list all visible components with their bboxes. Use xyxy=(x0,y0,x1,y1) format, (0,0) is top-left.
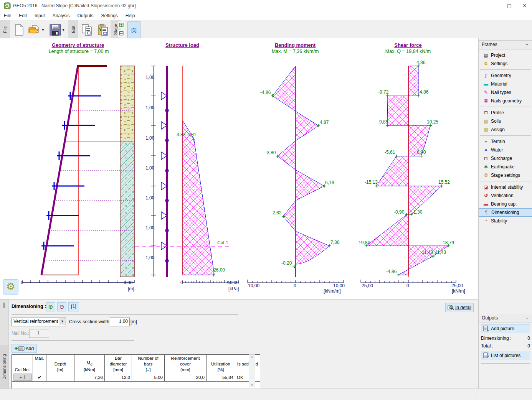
analysis-settings-button[interactable]: ⚙ xyxy=(3,279,18,295)
nail-no-input: 1 xyxy=(29,329,49,338)
table-row[interactable]: ▸1 ✔ 7,36 12,0 5,00 20,0 55,84 OK xyxy=(12,373,260,382)
sidebar-item-label: Geometry xyxy=(491,73,511,78)
cross-section-width-unit: [m] xyxy=(131,319,137,324)
terrain-icon: ⌐ xyxy=(482,139,489,144)
edit-toolbar-tab: Edit xyxy=(68,20,78,39)
sidebar-item-label: Profile xyxy=(491,110,504,115)
combo-arrow-icon[interactable]: ▼ xyxy=(59,318,66,325)
dimensioning-side-tab[interactable]: Dimensioning xyxy=(0,345,8,389)
geometry-icon: ∫ xyxy=(482,73,489,78)
save-dropdown-arrow[interactable]: ▼ xyxy=(62,28,65,32)
sidebar-item-earthquake[interactable]: ✱Earthquake xyxy=(479,163,532,171)
menu-input[interactable]: Input xyxy=(31,12,49,20)
is-satisfied-cell[interactable]: OK xyxy=(235,373,260,382)
moment-x-axis xyxy=(248,280,344,283)
divider xyxy=(480,181,531,181)
depth-cell[interactable] xyxy=(46,373,74,382)
reinforcement-type-select[interactable]: Vertical reinforcement ▼ xyxy=(12,318,66,326)
paste-picture-button[interactable] xyxy=(95,22,111,38)
sidebar-item-soils[interactable]: ▨Soils xyxy=(479,117,532,125)
stage-1-button[interactable]: [1] xyxy=(127,21,140,38)
sidebar-item-verification[interactable]: ↺Verification xyxy=(479,191,532,200)
add-row-button[interactable]: Add xyxy=(12,344,37,353)
shear-value-label: 4,86 xyxy=(416,60,425,65)
sidebar-item-settings[interactable]: ⚙Settings xyxy=(479,59,532,68)
sidebar-item-label: Dimensioning xyxy=(491,210,519,215)
divider xyxy=(476,390,476,399)
add-stage-button[interactable]: ⊞ xyxy=(118,21,125,28)
sidebar-item-assign[interactable]: ▦Assign xyxy=(479,125,532,134)
sidebar-item-stage-settings[interactable]: ②Stage settings xyxy=(479,171,532,179)
reinforcement-cover-cell[interactable]: 20,0 xyxy=(165,373,207,382)
col-cut-no: Cut No. xyxy=(12,355,33,373)
total-count-row: Total : 0 xyxy=(481,342,530,350)
md-cell[interactable]: 7,36 xyxy=(74,373,105,382)
sidebar-item-bearing-cap[interactable]: ▬Bearing cap. xyxy=(479,200,532,208)
sidebar-item-stability[interactable]: ◔Stability xyxy=(479,217,532,225)
remove-dimensioning-button[interactable]: ⊖ xyxy=(57,302,66,311)
col-md: Md[kNm] xyxy=(74,355,105,373)
scroll-down-icon[interactable]: ∨ xyxy=(251,383,253,387)
main-toolbar: File ▼ ▼ Edit xyxy=(0,20,532,39)
sidebar-item-nail-types[interactable]: ✎Nail types xyxy=(479,88,532,97)
maximize-button[interactable]: ▢ xyxy=(503,2,516,10)
sidebar-item-profile[interactable]: ⊟Profile xyxy=(479,109,532,117)
axis-label: 0 xyxy=(180,280,183,285)
spacing-label: 1,00 xyxy=(145,105,154,110)
close-button[interactable]: ✕ xyxy=(518,2,531,10)
scroll-up-icon[interactable]: ∧ xyxy=(251,355,253,359)
copy-picture-button[interactable] xyxy=(79,22,95,38)
sidebar-item-internal-stability[interactable]: ◪Internal stability xyxy=(479,183,532,191)
frames-minimize-button[interactable]: – xyxy=(524,41,530,48)
menu-file[interactable]: File xyxy=(0,12,15,20)
row-header-cell[interactable]: ▸1 xyxy=(12,373,33,382)
in-detail-button[interactable]: In detail xyxy=(445,303,474,312)
sidebar-item-nails-geometry[interactable]: ≣Nails geometry xyxy=(479,97,532,105)
utilization-cell[interactable]: 55,84 xyxy=(207,373,235,382)
table-scrollbar[interactable]: ∧ ∨ xyxy=(249,354,255,387)
remove-stage-button[interactable]: ⊟ xyxy=(118,30,125,37)
open-dropdown-arrow[interactable]: ▼ xyxy=(41,28,45,32)
axis-label: 40,00 xyxy=(227,280,239,285)
outputs-minimize-button[interactable]: – xyxy=(524,314,530,322)
menu-edit[interactable]: Edit xyxy=(15,12,31,20)
dimensioning-count-label: Dimensioning : xyxy=(481,336,511,341)
sidebar-item-surcharge[interactable]: ⊓Surcharge xyxy=(479,154,532,163)
number-of-bars-cell[interactable]: 5,00 xyxy=(132,373,165,382)
menu-outputs[interactable]: Outputs xyxy=(73,12,97,20)
save-file-button[interactable]: ▼ xyxy=(48,22,67,38)
analysis-canvas: Geometry of structure Length of structur… xyxy=(0,38,478,299)
cross-section-width-input[interactable]: 1,00 xyxy=(110,318,130,326)
add-picture-button[interactable]: Add picture xyxy=(481,324,530,333)
new-file-button[interactable] xyxy=(12,22,26,38)
shear-value-label: 10,25 xyxy=(427,119,438,125)
panel-collapse-handle[interactable] xyxy=(3,303,5,308)
sidebar-item-geometry[interactable]: ∫Geometry xyxy=(479,71,532,80)
sidebar-item-terrain[interactable]: ⌐Terrain xyxy=(479,137,532,146)
open-file-button[interactable]: ▼ xyxy=(27,22,46,38)
sidebar-item-label: Terrain xyxy=(491,139,505,144)
menu-help[interactable]: Help xyxy=(122,12,139,20)
minimize-button[interactable]: – xyxy=(487,2,500,10)
frames-panel-header: Frames – xyxy=(479,40,532,49)
list-of-pictures-label: List of pictures xyxy=(491,353,520,358)
app-logo-icon xyxy=(4,2,11,9)
add-dimensioning-button[interactable]: ⊕ xyxy=(46,302,55,311)
sidebar-item-material[interactable]: ▬Material xyxy=(479,80,532,88)
sidebar-item-label: Material xyxy=(491,81,507,87)
list-of-pictures-button[interactable]: List of pictures xyxy=(481,351,530,360)
menu-analysis[interactable]: Analysis xyxy=(49,12,74,20)
menu-settings[interactable]: Settings xyxy=(97,12,121,20)
dimensioning-1-button[interactable]: [1] xyxy=(68,302,79,311)
moment-polygon xyxy=(273,66,329,277)
sidebar-item-dimensioning[interactable]: ¶Dimensioning xyxy=(479,208,532,217)
nail-no-label: Nail No.: xyxy=(12,331,29,336)
stage-settings-icon: ② xyxy=(482,173,489,178)
axis-label: 0 xyxy=(294,283,296,288)
sidebar-item-label: Verification xyxy=(491,193,514,198)
bar-diameter-cell[interactable]: 12,0 xyxy=(105,373,132,382)
max-check-cell[interactable]: ✔ xyxy=(33,373,46,382)
sidebar-item-water[interactable]: ≈Water xyxy=(479,146,532,154)
divider xyxy=(480,107,531,107)
sidebar-item-project[interactable]: ▤Project xyxy=(479,51,532,59)
